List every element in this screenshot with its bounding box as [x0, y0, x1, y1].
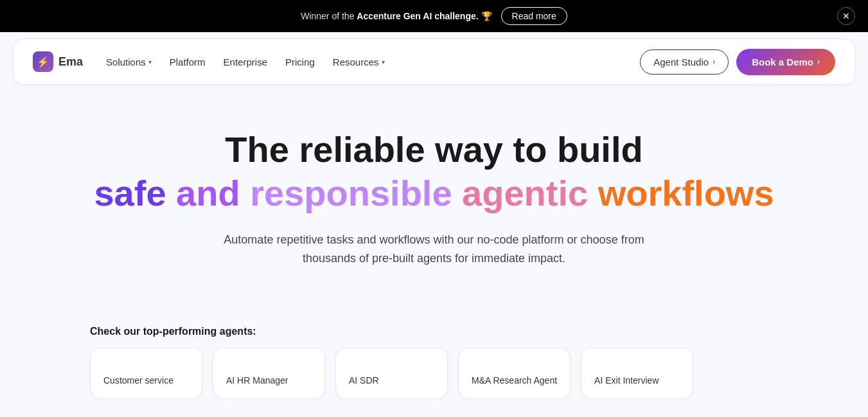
agent-card-label: AI SDR	[349, 375, 379, 386]
agent-card-hr-manager[interactable]: AI HR Manager	[213, 348, 325, 399]
announcement-text: Winner of the Accenture Gen AI challenge…	[301, 11, 492, 21]
agent-card-sdr[interactable]: AI SDR	[335, 348, 448, 399]
announcement-trophy: 🏆	[481, 11, 492, 21]
nav-right: Agent Studio › Book a Demo ›	[640, 49, 835, 75]
book-demo-label: Book a Demo	[752, 57, 813, 67]
chevron-down-icon-resources: ▾	[382, 58, 385, 66]
hero-subtitle: Automate repetitive tasks and workflows …	[209, 231, 659, 268]
agent-card-exit-interview[interactable]: AI Exit Interview	[581, 348, 693, 399]
nav-link-enterprise[interactable]: Enterprise	[224, 57, 267, 67]
agent-card-label: M&A Research Agent	[472, 375, 557, 386]
navbar: ⚡ Ema Solutions ▾ Platform Enterprise Pr…	[13, 39, 855, 85]
nav-link-platform[interactable]: Platform	[170, 57, 206, 67]
hero-title-line2: safe and responsible agentic workflows	[13, 173, 855, 213]
agent-card-label: AI HR Manager	[226, 375, 288, 386]
agent-studio-button[interactable]: Agent Studio ›	[640, 49, 729, 75]
arrow-right-icon-demo: ›	[817, 57, 820, 66]
nav-enterprise-label: Enterprise	[224, 57, 267, 67]
nav-solutions-label: Solutions	[106, 57, 146, 67]
book-demo-button[interactable]: Book a Demo ›	[736, 49, 835, 75]
announcement-bar: Winner of the Accenture Gen AI challenge…	[0, 0, 868, 32]
agent-card-ma-research[interactable]: M&A Research Agent	[458, 348, 571, 399]
hero-word-agentic: agentic	[462, 173, 588, 213]
agents-section: Check our top-performing agents: Custome…	[0, 326, 868, 399]
agent-card-label: Customer service	[103, 375, 173, 386]
nav-links: Solutions ▾ Platform Enterprise Pricing …	[106, 57, 385, 67]
nav-pricing-label: Pricing	[285, 57, 315, 67]
nav-platform-label: Platform	[170, 57, 206, 67]
announcement-prefix: Winner of the	[301, 11, 357, 21]
close-announcement-button[interactable]: ✕	[837, 7, 855, 25]
read-more-button[interactable]: Read more	[501, 7, 567, 25]
hero-section: The reliable way to build safe and respo…	[0, 91, 868, 326]
logo-icon: ⚡	[33, 51, 53, 72]
hero-word-responsible: responsible	[250, 173, 452, 213]
hero-word-and: and	[176, 173, 240, 213]
hero-word-safe: safe	[94, 173, 166, 213]
nav-wrapper: ⚡ Ema Solutions ▾ Platform Enterprise Pr…	[0, 32, 868, 91]
nav-link-solutions[interactable]: Solutions ▾	[106, 57, 152, 67]
nav-link-pricing[interactable]: Pricing	[285, 57, 315, 67]
logo-text: Ema	[58, 55, 83, 69]
arrow-right-icon: ›	[713, 57, 715, 66]
close-icon: ✕	[842, 11, 850, 21]
agent-studio-label: Agent Studio	[653, 57, 709, 67]
hero-title-line1: The reliable way to build	[13, 130, 855, 170]
chevron-down-icon: ▾	[148, 58, 152, 66]
agent-card-label: AI Exit Interview	[594, 375, 659, 386]
nav-left: ⚡ Ema Solutions ▾ Platform Enterprise Pr…	[33, 51, 385, 72]
agent-card-customer-service[interactable]: Customer service	[90, 348, 202, 399]
announcement-bold: Accenture Gen AI challenge.	[357, 11, 478, 21]
agents-grid: Customer service AI HR Manager AI SDR M&…	[13, 348, 855, 399]
nav-resources-label: Resources	[333, 57, 379, 67]
agents-section-label: Check our top-performing agents:	[13, 326, 855, 337]
nav-link-resources[interactable]: Resources ▾	[333, 57, 385, 67]
logo[interactable]: ⚡ Ema	[33, 51, 83, 72]
hero-word-workflows: workflows	[598, 173, 774, 213]
